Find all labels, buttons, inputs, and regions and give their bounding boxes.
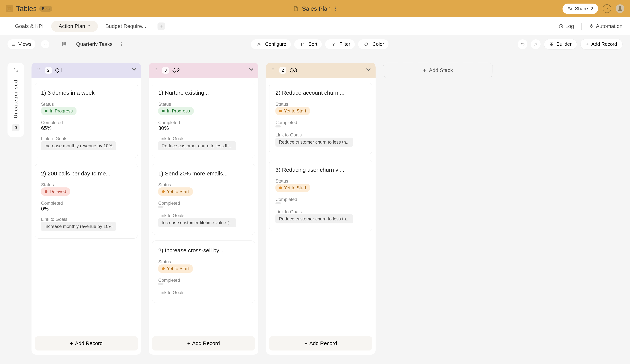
completed-label: Completed <box>41 120 132 125</box>
views-label: Views <box>18 41 31 47</box>
configure-button[interactable]: Configure <box>251 39 291 49</box>
filter-label: Filter <box>340 41 350 47</box>
undo-button[interactable] <box>518 39 528 49</box>
status-label: Status <box>276 102 366 107</box>
share-button[interactable]: Share 2 <box>562 4 598 14</box>
stack-name: Q2 <box>172 67 180 74</box>
svg-point-35 <box>155 71 156 72</box>
color-button[interactable]: Color <box>358 39 388 49</box>
svg-rect-23 <box>550 44 552 46</box>
plus-icon: + <box>586 41 588 47</box>
add-record-label: Add Record <box>192 340 220 346</box>
add-stack-button[interactable]: + Add Stack <box>383 62 493 78</box>
tab-budget[interactable]: Budget Require... <box>98 20 154 32</box>
status-dot <box>162 267 164 270</box>
svg-rect-24 <box>552 44 553 46</box>
stack-footer: + Add Record <box>149 334 258 355</box>
stack-q2: 3 Q2 1) Nurture existing... Status In Pr… <box>149 62 258 355</box>
svg-point-32 <box>156 68 157 69</box>
drag-icon[interactable] <box>154 68 159 73</box>
plus-icon: + <box>70 340 73 346</box>
card-title: 2) Increase cross-sell by... <box>158 247 249 254</box>
status-dot <box>279 110 282 112</box>
svg-point-13 <box>121 42 122 43</box>
add-record-button[interactable]: + Add Record <box>580 39 622 50</box>
chevron-down-icon[interactable] <box>132 68 136 72</box>
svg-point-33 <box>155 70 156 70</box>
views-button[interactable]: Views <box>8 39 36 49</box>
undo-icon <box>520 42 525 46</box>
sort-button[interactable]: Sort <box>294 39 322 49</box>
svg-point-17 <box>365 43 368 46</box>
drag-icon[interactable] <box>271 68 276 73</box>
filter-button[interactable]: Filter <box>325 39 355 49</box>
card-title: 3) Reducing user churn vi... <box>276 166 366 174</box>
card[interactable]: 2) 200 calls per day to me... Status Del… <box>35 164 138 239</box>
add-record-in-stack[interactable]: + Add Record <box>269 336 372 350</box>
doc-title[interactable]: Sales Plan <box>302 5 331 12</box>
drag-icon[interactable] <box>36 68 42 73</box>
view-name[interactable]: Quarterly Tasks <box>76 41 112 47</box>
stack-count: 2 <box>45 67 52 74</box>
card-title: 2) 200 calls per day to me... <box>41 170 132 178</box>
status-label: Status <box>158 259 249 264</box>
color-icon <box>362 41 370 48</box>
cards-list: 1) 3 demos in a week Status In Progress … <box>32 78 141 334</box>
add-record-in-stack[interactable]: + Add Record <box>35 336 138 350</box>
status-dot <box>279 186 282 189</box>
stack-header[interactable]: 2 Q3 <box>266 62 376 78</box>
card[interactable]: 2) Reduce account churn ... Status Yet t… <box>269 83 372 154</box>
goal-chip[interactable]: Increase monthly revenue by 10% <box>41 141 116 150</box>
automation-button[interactable]: Automation <box>589 23 622 29</box>
view-menu-icon[interactable] <box>121 42 122 46</box>
status-label: Status <box>276 178 366 184</box>
card[interactable]: 1) Nurture existing... Status In Progres… <box>152 83 255 158</box>
chevron-down-icon[interactable] <box>249 68 254 72</box>
log-button[interactable]: Log <box>558 23 574 29</box>
redo-button[interactable] <box>531 39 540 49</box>
status-dot <box>45 190 48 193</box>
user-avatar[interactable] <box>616 4 624 13</box>
status-pill: Yet to Start <box>158 264 193 273</box>
share-label: Share <box>575 6 588 12</box>
sort-label: Sort <box>308 41 318 47</box>
status-text: In Progress <box>167 108 190 114</box>
uncategorised-column[interactable]: Uncategorised 0 <box>8 62 24 137</box>
expand-icon[interactable] <box>12 66 20 74</box>
svg-point-5 <box>335 10 336 11</box>
chevron-down-icon[interactable] <box>366 68 371 72</box>
add-tab-button[interactable]: + <box>158 22 165 30</box>
goal-chip[interactable]: Reduce customer churn to less th... <box>276 138 353 146</box>
goal-chip[interactable]: Increase customer lifetime value (... <box>158 218 236 227</box>
svg-point-7 <box>570 8 572 10</box>
status-text: Yet to Start <box>284 108 306 114</box>
svg-rect-10 <box>62 42 63 46</box>
topbar-right: Share 2 ? <box>562 4 624 14</box>
goal-chip[interactable]: Reduce customer churn to less th... <box>276 214 353 224</box>
completed-value: 0% <box>41 206 132 212</box>
help-icon[interactable]: ? <box>602 4 611 13</box>
tab-goals-kpi[interactable]: Goals & KPI <box>8 20 51 32</box>
completed-empty <box>276 125 281 128</box>
configure-label: Configure <box>265 41 286 47</box>
stack-header[interactable]: 3 Q2 <box>149 62 258 78</box>
svg-point-15 <box>121 45 122 46</box>
card[interactable]: 3) Reducing user churn vi... Status Yet … <box>269 160 372 231</box>
status-label: Status <box>158 182 249 188</box>
share-count: 2 <box>590 6 593 12</box>
card[interactable]: 1) Send 20% more emails... Status Yet to… <box>152 164 255 235</box>
stack-footer: + Add Record <box>266 334 376 355</box>
goal-chip[interactable]: Increase monthly revenue by 10% <box>41 222 116 231</box>
goal-chip[interactable]: Reduce customer churn to less th... <box>158 141 236 150</box>
card[interactable]: 2) Increase cross-sell by... Status Yet … <box>152 240 255 303</box>
completed-label: Completed <box>276 197 366 202</box>
tab-action-plan[interactable]: Action Plan <box>51 20 98 32</box>
sort-icon <box>299 41 306 48</box>
add-view-button[interactable]: + <box>41 40 49 48</box>
log-label: Log <box>565 23 574 29</box>
card[interactable]: 1) 3 demos in a week Status In Progress … <box>35 83 138 158</box>
add-record-in-stack[interactable]: + Add Record <box>152 336 255 350</box>
stack-header[interactable]: 2 Q1 <box>32 62 141 78</box>
doc-menu-icon[interactable] <box>334 6 337 11</box>
builder-button[interactable]: Builder <box>544 39 577 50</box>
